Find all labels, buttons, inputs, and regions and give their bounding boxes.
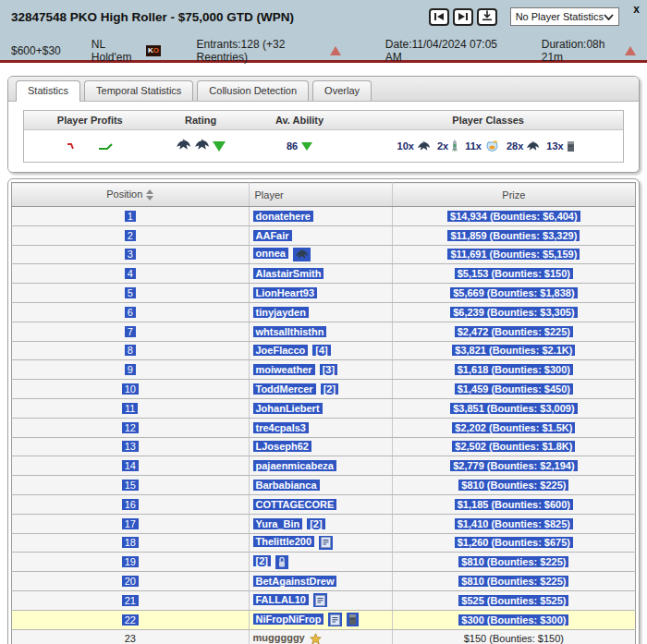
table-row[interactable]: 16 COTTAGECORE $1,185 (Bounties: $600) — [12, 494, 636, 514]
player-cell: JohanLiebert — [249, 398, 392, 418]
player-link[interactable]: BetAgainstDrew — [253, 576, 337, 587]
table-row[interactable]: 10 ToddMercer[2] $1,459 (Bounties: $450) — [12, 380, 636, 399]
summary-stats-box: Player Profits Rating Av. Ability Player… — [23, 110, 624, 163]
player-link[interactable]: mugggggy — [253, 632, 305, 643]
prize-cell: $1,185 (Bounties: $600) — [392, 494, 635, 514]
first-tournament-button[interactable] — [429, 8, 449, 26]
brick-icon — [567, 140, 575, 152]
position-cell: 21 — [12, 590, 250, 610]
table-row[interactable]: 15 Barbabianca $810 (Bounties: $225) — [12, 476, 636, 495]
player-link[interactable]: onnea — [253, 248, 288, 259]
statistics-panel: Statistics Temporal Statistics Collusion… — [7, 76, 640, 173]
table-row[interactable]: 5 LionHeart93 $5,669 (Bounties: $1,838) — [12, 284, 636, 303]
player-cell: Barbabianca — [249, 476, 392, 495]
table-row[interactable]: 23 mugggggy $150 (Bounties: $150) — [12, 629, 636, 644]
prize-value: $3,851 (Bounties: $3,009) — [450, 403, 577, 414]
table-row[interactable]: 2 AAFair $11,859 (Bounties: $3,329) — [12, 225, 636, 245]
player-column-header[interactable]: Player — [249, 183, 392, 207]
av-ability-header: Av. Ability — [246, 111, 354, 129]
position-cell: 15 — [12, 476, 250, 495]
player-cell: [2] — [249, 553, 392, 572]
position-cell: 10 — [12, 380, 250, 399]
tab-temporal-statistics[interactable]: Temporal Statistics — [84, 80, 193, 101]
prize-cell: $810 (Bounties: $225) — [392, 476, 635, 495]
player-link[interactable]: whtsallthisthn — [253, 326, 327, 337]
table-row[interactable]: 12 tre4cpals3 $2,202 (Bounties: $1.5K) — [12, 418, 636, 437]
prize-cell: $525 (Bounties: $525) — [392, 590, 635, 610]
tab-statistics[interactable]: Statistics — [16, 80, 80, 102]
entrants-text: Entrants:128 (+32 Reentries) — [197, 38, 327, 64]
tab-collusion-detection[interactable]: Collusion Detection — [197, 80, 309, 101]
prize-cell: $1,410 (Bounties: $825) — [392, 514, 635, 533]
player-link[interactable]: JohanLiebert — [253, 403, 323, 414]
position-cell: 5 — [12, 284, 250, 303]
player-cell: JoeFlacco[4] — [249, 341, 392, 360]
player-link[interactable]: ToddMercer — [253, 383, 316, 395]
prize-cell: $810 (Bounties: $225) — [392, 572, 635, 591]
table-row[interactable]: 3 onnea $11,691 (Bounties: $5,159) — [12, 245, 636, 264]
player-link[interactable]: FALLAL10 — [253, 594, 309, 605]
skip-first-icon — [433, 10, 445, 24]
player-statistics-dropdown[interactable]: No Player Statistics — [510, 7, 619, 26]
table-row[interactable]: 18 Thelittle200 $1,260 (Bounties: $675) — [12, 533, 636, 553]
table-row[interactable]: 14 pajaenmicabeza $2,779 (Bounties: $2,1… — [12, 456, 636, 476]
player-link[interactable]: [2] — [253, 555, 271, 566]
player-link[interactable]: LionHeart93 — [253, 287, 318, 298]
close-icon[interactable]: x — [633, 4, 640, 15]
position-value: 16 — [122, 499, 139, 510]
table-row[interactable]: 21 FALLAL10 $525 (Bounties: $525) — [12, 590, 636, 610]
player-link[interactable]: Yura_Bin — [253, 518, 303, 529]
table-row[interactable]: 1 donatehere $14,934 (Bounties: $6,404) — [12, 207, 636, 226]
player-link[interactable]: AAFair — [253, 230, 292, 241]
game-type-text: NL Hold'em — [92, 38, 142, 64]
prize-cell: $300 (Bounties: $300) — [392, 610, 635, 629]
position-cell: 6 — [12, 302, 250, 322]
download-button[interactable] — [477, 8, 497, 26]
tab-overlay[interactable]: Overlay — [312, 80, 372, 101]
prize-cell: $6,239 (Bounties: $3,305) — [392, 302, 635, 322]
table-row[interactable]: 11 JohanLiebert $3,851 (Bounties: $3,009… — [12, 398, 636, 418]
position-value: 12 — [122, 422, 139, 433]
position-value: 18 — [122, 537, 139, 548]
table-row[interactable]: 22 NiFropNiFrop $300 (Bounties: $300) — [12, 610, 636, 629]
rating-header: Rating — [156, 111, 246, 129]
table-row[interactable]: 13 LJoseph62 $2,502 (Bounties: $1.8K) — [12, 437, 636, 456]
position-value: 11 — [122, 403, 138, 414]
position-value: 19 — [122, 556, 139, 567]
player-link[interactable]: donatehere — [253, 211, 313, 222]
player-link[interactable]: tinyjayden — [253, 307, 309, 318]
player-link[interactable]: JoeFlacco — [253, 345, 309, 356]
prize-column-header[interactable]: Prize — [392, 183, 635, 207]
shark-rating-icon — [176, 138, 191, 154]
player-icons — [288, 248, 311, 259]
prize-cell: $3,851 (Bounties: $3,009) — [392, 398, 635, 418]
player-link[interactable]: LJoseph62 — [253, 441, 311, 452]
player-link[interactable]: pajaenmicabeza — [253, 460, 336, 471]
prize-cell: $1,459 (Bounties: $450) — [392, 380, 635, 399]
results-table: Position Player Prize 1 donatehere $14,9… — [11, 182, 636, 644]
table-row[interactable]: 6 tinyjayden $6,239 (Bounties: $3,305) — [12, 302, 636, 322]
table-row[interactable]: 19 [2] $810 (Bounties: $225) — [12, 553, 636, 572]
table-row[interactable]: 4 AlastairSmith $5,153 (Bounties: $150) — [12, 264, 636, 284]
player-link[interactable]: COTTAGECORE — [253, 499, 337, 510]
player-link[interactable]: moiweather — [253, 364, 315, 375]
player-link[interactable]: tre4cpals3 — [253, 422, 309, 433]
position-column-header[interactable]: Position — [12, 183, 250, 207]
player-link[interactable]: NiFropNiFrop — [253, 614, 324, 625]
table-row[interactable]: 20 BetAgainstDrew $810 (Bounties: $225) — [12, 572, 636, 591]
table-row[interactable]: 7 whtsallthisthn $2,472 (Bounties: $225) — [12, 322, 636, 341]
player-link[interactable]: Barbabianca — [253, 480, 320, 491]
last-tournament-button[interactable] — [453, 8, 473, 26]
table-row[interactable]: 9 moiweather[3] $1,618 (Bounties: $300) — [12, 360, 636, 380]
table-row[interactable]: 8 JoeFlacco[4] $3,821 (Bounties: $2.1K) — [12, 341, 636, 360]
buyin-text: $600+$30 — [11, 44, 61, 57]
player-cell: Yura_Bin[2] — [249, 514, 392, 533]
player-link[interactable]: Thelittle200 — [253, 536, 315, 547]
position-cell: 7 — [12, 322, 250, 341]
table-row[interactable]: 17 Yura_Bin[2] $1,410 (Bounties: $825) — [12, 514, 636, 533]
position-value: 3 — [125, 249, 136, 260]
player-link[interactable]: AlastairSmith — [253, 268, 324, 279]
rating-down-triangle-icon — [213, 141, 226, 152]
player-cell: NiFropNiFrop — [249, 610, 392, 629]
position-cell: 2 — [12, 225, 250, 245]
